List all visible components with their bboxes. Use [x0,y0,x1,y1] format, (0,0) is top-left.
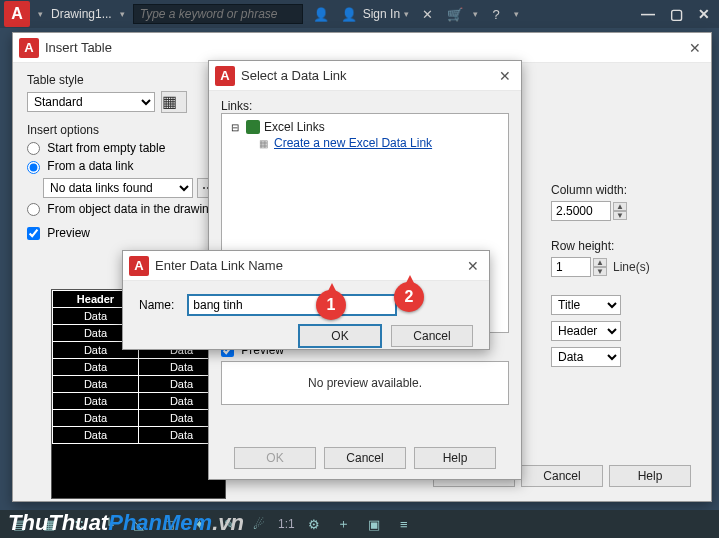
name-label: Name: [139,298,174,312]
insert-table-close-icon[interactable]: ✕ [685,38,705,58]
help-icon[interactable]: ? [486,4,506,24]
table-style-launch-icon[interactable]: ▦ [161,91,187,113]
person-icon[interactable]: ☄ [248,513,270,535]
name-dialog-titlebar: A Enter Data Link Name ✕ [123,251,489,281]
column-width-label: Column width: [551,183,691,197]
maximize-button[interactable]: ▢ [665,5,687,23]
links-label: Links: [221,99,509,113]
name-dialog-close-icon[interactable]: ✕ [463,256,483,276]
scale-label[interactable]: 1:1 [278,517,295,531]
cell-style-data-select[interactable]: Data [551,347,621,367]
column-width-input[interactable] [551,201,611,221]
datalink-select[interactable]: No data links found [43,178,193,198]
person-icon: 👤 [339,4,359,24]
insert-table-titlebar: A Insert Table ✕ [13,33,711,63]
menu-icon[interactable]: ≡ [393,513,415,535]
cart-chevron-icon[interactable]: ▾ [473,9,478,19]
insert-table-cancel-button[interactable]: Cancel [521,465,603,487]
watermark: ThuThuatPhanMem.vn [8,510,244,536]
datalink-close-icon[interactable]: ✕ [495,66,515,86]
close-button[interactable]: ✕ [693,5,715,23]
exchange-icon[interactable]: ✕ [417,4,437,24]
datalink-cancel-button[interactable]: Cancel [324,447,406,469]
colwidth-up-icon[interactable]: ▲ [613,202,627,211]
opt-object-radio[interactable]: From object data in the drawing [27,202,215,216]
autocad-logo-icon: A [19,38,39,58]
table-style-label: Table style [27,73,227,87]
callout-2: 2 [394,282,424,312]
row-height-unit: Line(s) [613,260,650,274]
document-name: Drawing1... [51,7,112,21]
tree-collapse-icon[interactable]: ⊟ [228,120,242,134]
datalink-title: Select a Data Link [241,68,347,83]
signin-label: Sign In [363,7,400,21]
excel-icon [246,120,260,134]
cart-icon[interactable]: 🛒 [445,4,465,24]
callout-1: 1 [316,290,346,320]
app-menu-chevron-icon[interactable]: ▾ [38,9,43,19]
enter-name-dialog: A Enter Data Link Name ✕ Name: OK Cancel [122,250,490,350]
no-preview-text: No preview available. [308,376,422,390]
signin-button[interactable]: 👤 Sign In ▾ [339,4,409,24]
opt-datalink-radio[interactable]: From a data link [27,159,133,173]
plus-icon[interactable]: ＋ [333,513,355,535]
datalink-help-button[interactable]: Help [414,447,496,469]
app-titlebar: A ▾ Drawing1... ▾ 👤 👤 Sign In ▾ ✕ 🛒 ▾ ? … [0,0,719,28]
insert-options-label: Insert options [27,123,227,137]
table-style-select[interactable]: Standard [27,92,155,112]
datalink-preview-box: No preview available. [221,361,509,405]
new-link-icon: ▦ [256,136,270,150]
cell-style-title-select[interactable]: Title [551,295,621,315]
rowheight-down-icon[interactable]: ▼ [593,267,607,276]
name-dialog-title: Enter Data Link Name [155,258,283,273]
create-excel-link[interactable]: ▦ Create a new Excel Data Link [256,136,502,150]
datalink-ok-button[interactable]: OK [234,447,316,469]
doc-chevron-icon[interactable]: ▾ [120,9,125,19]
insert-table-help-button[interactable]: Help [609,465,691,487]
row-height-label: Row height: [551,239,691,253]
autocad-logo-icon: A [129,256,149,276]
name-cancel-button[interactable]: Cancel [391,325,473,347]
row-height-input[interactable] [551,257,591,277]
signin-chevron-icon[interactable]: ▾ [404,9,409,19]
help-chevron-icon[interactable]: ▾ [514,9,519,19]
monitor-icon[interactable]: ▣ [363,513,385,535]
datalink-titlebar: A Select a Data Link ✕ [209,61,521,91]
minimize-button[interactable]: — [637,5,659,23]
insert-table-title: Insert Table [45,40,112,55]
name-ok-button[interactable]: OK [299,325,381,347]
colwidth-down-icon[interactable]: ▼ [613,211,627,220]
app-logo-icon: A [4,1,30,27]
rowheight-up-icon[interactable]: ▲ [593,258,607,267]
cell-style-header-select[interactable]: Header [551,321,621,341]
search-input[interactable] [133,4,303,24]
name-input[interactable] [188,295,396,315]
opt-empty-radio[interactable]: Start from empty table [27,141,165,155]
preview-checkbox[interactable]: Preview [27,226,90,240]
account-icon[interactable]: 👤 [311,4,331,24]
tree-root-label: Excel Links [264,120,325,134]
autocad-logo-icon: A [215,66,235,86]
gear-icon[interactable]: ⚙ [303,513,325,535]
